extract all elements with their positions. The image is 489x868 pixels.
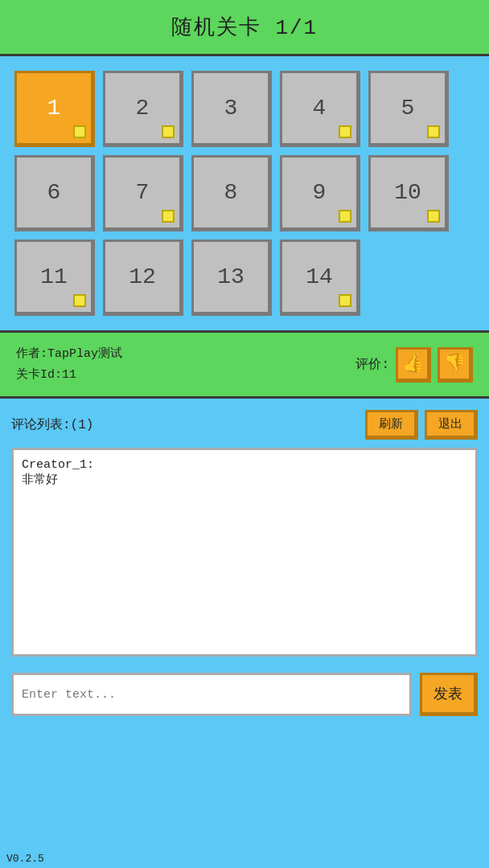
comment-title: 评论列表:(1) — [11, 416, 93, 433]
level-btn-9[interactable]: 9 — [280, 155, 360, 231]
level-btn-7[interactable]: 7 — [103, 155, 183, 231]
level-btn-6[interactable]: 6 — [14, 155, 95, 231]
coin-icon — [162, 125, 175, 138]
info-left: 作者:TapPlay测试 关卡Id:11 — [16, 344, 122, 385]
level-id-label: 关卡Id:11 — [16, 365, 122, 386]
comment-header: 评论列表:(1) 刷新 退出 — [11, 410, 478, 440]
text-input[interactable] — [11, 673, 412, 716]
level-btn-2[interactable]: 2 — [103, 71, 183, 147]
coin-icon — [427, 125, 440, 138]
thumb-up-button[interactable]: 👍 — [396, 347, 431, 383]
submit-button[interactable]: 发表 — [420, 673, 478, 716]
level-grid: 1234567891011121314 — [14, 71, 475, 316]
coin-icon — [339, 294, 351, 307]
coin-icon — [73, 294, 86, 307]
author-label: 作者:TapPlay测试 — [16, 344, 122, 365]
input-row: 发表 — [0, 665, 489, 719]
comment-area: 评论列表:(1) 刷新 退出 Creator_1: 非常好 — [0, 399, 489, 657]
thumb-down-icon: 👎 — [444, 353, 466, 375]
coin-icon — [162, 210, 175, 223]
rating-label: 评价: — [355, 356, 389, 373]
version-label: V0.2.5 — [6, 853, 44, 865]
comment-box: Creator_1: 非常好 — [11, 448, 478, 657]
level-btn-1[interactable]: 1 — [14, 71, 95, 147]
comment-content: Creator_1: 非常好 — [22, 458, 467, 487]
coin-icon — [339, 210, 351, 223]
refresh-button[interactable]: 刷新 — [365, 410, 418, 440]
level-btn-12[interactable]: 12 — [103, 240, 183, 316]
thumb-up-icon: 👍 — [402, 353, 424, 375]
header: 随机关卡 1/1 — [0, 0, 489, 56]
page-title: 随机关卡 1/1 — [171, 13, 318, 41]
info-area: 作者:TapPlay测试 关卡Id:11 评价: 👍 👎 — [0, 333, 489, 399]
level-btn-13[interactable]: 13 — [191, 240, 272, 316]
level-area: 1234567891011121314 — [0, 56, 489, 333]
level-btn-8[interactable]: 8 — [191, 155, 272, 231]
level-btn-10[interactable]: 10 — [368, 155, 449, 231]
coin-icon — [427, 210, 440, 223]
level-btn-3[interactable]: 3 — [191, 71, 272, 147]
level-btn-14[interactable]: 14 — [280, 240, 360, 316]
comment-actions: 刷新 退出 — [365, 410, 478, 440]
level-btn-5[interactable]: 5 — [368, 71, 449, 147]
coin-icon — [339, 125, 351, 138]
info-right: 评价: 👍 👎 — [355, 347, 473, 383]
exit-button[interactable]: 退出 — [425, 410, 478, 440]
thumb-down-button[interactable]: 👎 — [438, 347, 473, 383]
coin-icon — [73, 125, 86, 138]
level-btn-11[interactable]: 11 — [14, 240, 95, 316]
level-btn-4[interactable]: 4 — [280, 71, 360, 147]
